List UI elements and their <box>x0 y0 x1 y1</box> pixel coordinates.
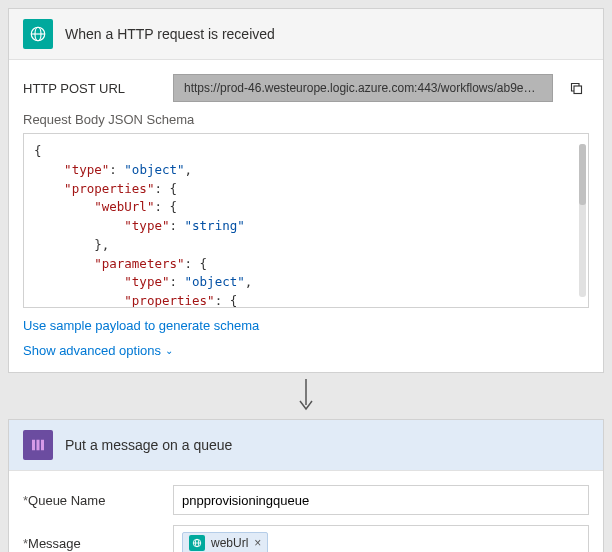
http-trigger-body: HTTP POST URL https://prod-46.westeurope… <box>9 60 603 372</box>
token-remove-icon[interactable]: × <box>254 536 261 550</box>
token-label: webUrl <box>211 536 248 550</box>
http-url-field[interactable]: https://prod-46.westeurope.logic.azure.c… <box>173 74 553 102</box>
globe-icon <box>23 19 53 49</box>
scrollbar[interactable] <box>579 144 586 297</box>
globe-icon <box>189 535 205 551</box>
http-url-label: HTTP POST URL <box>23 81 163 96</box>
queue-action-body: *Queue Name *Message webUrl × <box>9 471 603 552</box>
message-label: *Message <box>23 536 163 551</box>
http-trigger-header[interactable]: When a HTTP request is received <box>9 9 603 60</box>
svg-rect-6 <box>37 440 40 451</box>
copy-icon[interactable] <box>563 75 589 101</box>
queue-action-card: Put a message on a queue *Queue Name *Me… <box>8 419 604 552</box>
http-trigger-card: When a HTTP request is received HTTP POS… <box>8 8 604 373</box>
dynamic-token-weburl[interactable]: webUrl × <box>182 532 268 552</box>
queue-name-input[interactable] <box>173 485 589 515</box>
svg-rect-3 <box>574 86 582 94</box>
queue-icon <box>23 430 53 460</box>
svg-rect-7 <box>41 440 44 451</box>
message-input[interactable]: webUrl × <box>173 525 589 552</box>
http-trigger-title: When a HTTP request is received <box>65 26 275 42</box>
queue-action-title: Put a message on a queue <box>65 437 232 453</box>
queue-name-label: *Queue Name <box>23 493 163 508</box>
chevron-down-icon: ⌄ <box>165 345 173 356</box>
schema-editor[interactable]: { "type": "object", "properties": { "web… <box>23 133 589 308</box>
sample-payload-link[interactable]: Use sample payload to generate schema <box>23 318 259 333</box>
connector-arrow <box>0 379 612 413</box>
svg-rect-5 <box>32 440 35 451</box>
advanced-options-link[interactable]: Show advanced options ⌄ <box>23 343 173 358</box>
schema-label: Request Body JSON Schema <box>23 112 589 127</box>
queue-action-header[interactable]: Put a message on a queue <box>9 420 603 471</box>
